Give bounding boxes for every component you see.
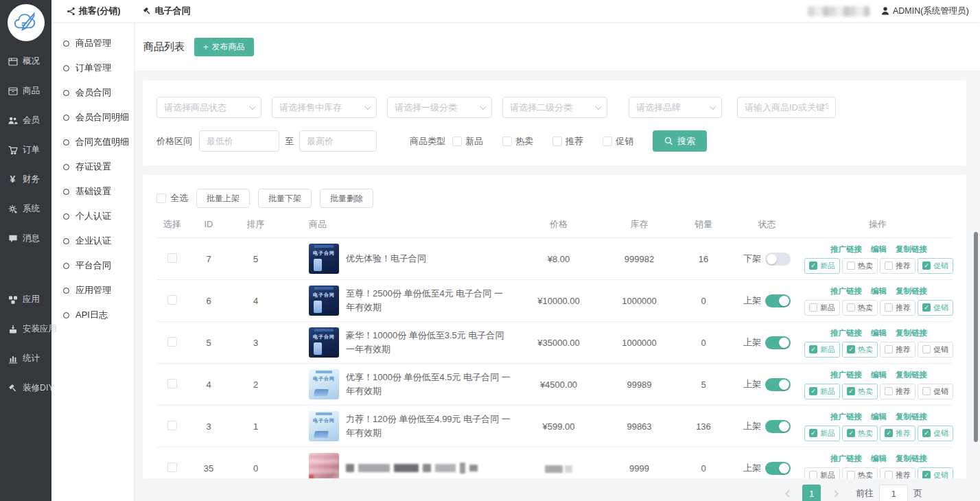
sidebar-item-stats[interactable]: 统计 — [0, 344, 51, 373]
tag-recommend[interactable]: 推荐 — [880, 258, 915, 274]
tag-new[interactable]: 新品 — [804, 300, 840, 316]
tag-recommend[interactable]: 推荐 — [880, 467, 915, 479]
stock-select[interactable]: 请选择售中库存 — [272, 97, 377, 118]
tag-hot[interactable]: 热卖 — [842, 467, 878, 479]
sidebar-item-decorate-diy[interactable]: 装修DIY — [0, 373, 51, 403]
submenu-item-member-contract-detail[interactable]: 会员合同明细 — [51, 105, 134, 130]
sidebar-item-goods[interactable]: 商品 — [0, 76, 51, 106]
type-checkbox-hot[interactable] — [502, 137, 512, 146]
row-checkbox[interactable] — [167, 337, 177, 347]
sidebar-item-overview[interactable]: 概况 — [0, 47, 51, 76]
tag-recommend[interactable]: 推荐 — [880, 342, 915, 358]
edit-link[interactable]: 编辑 — [871, 454, 887, 464]
submenu-item-goods-management[interactable]: 商品管理 — [51, 31, 134, 56]
vertical-scrollbar-thumb[interactable] — [974, 232, 978, 442]
copy-link[interactable]: 复制链接 — [896, 286, 927, 296]
copy-link[interactable]: 复制链接 — [896, 370, 927, 380]
tag-recommend[interactable]: ✓推荐 — [880, 426, 915, 441]
sidebar-item-finance[interactable]: ¥财务 — [0, 165, 51, 194]
sidebar-item-install-apps[interactable]: 安装应用 — [0, 314, 51, 344]
promotion-link[interactable]: 推广链接 — [830, 244, 862, 255]
select-all-checkbox[interactable] — [156, 194, 166, 203]
current-page-button[interactable]: 1 — [802, 485, 821, 501]
status-toggle[interactable] — [765, 336, 791, 349]
admin-menu[interactable]: ADMIN(系统管理员) — [880, 5, 969, 17]
promotion-link[interactable]: 推广链接 — [830, 370, 862, 380]
batch-off-shelf-button[interactable]: 批量下架 — [258, 189, 312, 208]
tag-hot[interactable]: 热卖 — [842, 300, 878, 316]
prev-page-button[interactable] — [778, 485, 797, 501]
status-toggle[interactable] — [765, 253, 791, 266]
tag-promo[interactable]: ✓促销 — [918, 300, 953, 316]
type-checkbox-new[interactable] — [452, 137, 462, 146]
product-thumbnail[interactable]: 电子合同 — [309, 244, 339, 274]
copy-link[interactable]: 复制链接 — [896, 244, 927, 255]
edit-link[interactable]: 编辑 — [871, 244, 887, 255]
product-thumbnail[interactable]: 电子合同 — [309, 411, 339, 441]
submenu-item-evidence-settings[interactable]: 存证设置 — [51, 154, 134, 179]
row-checkbox[interactable] — [167, 463, 177, 472]
tab-electronic-contract[interactable]: 电子合同 — [143, 5, 191, 17]
goto-page-input[interactable] — [879, 485, 908, 501]
edit-link[interactable]: 编辑 — [871, 370, 887, 380]
app-logo[interactable] — [8, 4, 45, 41]
promotion-link[interactable]: 推广链接 — [830, 286, 862, 296]
copy-link[interactable]: 复制链接 — [896, 454, 927, 464]
copy-link[interactable]: 复制链接 — [896, 412, 927, 422]
brand-select[interactable]: 请选择品牌 — [629, 97, 722, 118]
max-price-input[interactable] — [299, 130, 377, 152]
submenu-item-order-management[interactable]: 订单管理 — [51, 56, 134, 80]
batch-on-shelf-button[interactable]: 批量上架 — [196, 189, 250, 208]
tab-tuike-distribution[interactable]: 推客(分销) — [67, 5, 121, 17]
tag-recommend[interactable]: 推荐 — [880, 300, 915, 316]
copy-link[interactable]: 复制链接 — [896, 328, 927, 338]
sidebar-item-system[interactable]: 系统 — [0, 194, 51, 224]
type-checkbox-recommend[interactable] — [552, 137, 562, 146]
tag-hot[interactable]: ✓热卖 — [842, 426, 878, 441]
tag-hot[interactable]: ✓热卖 — [842, 342, 878, 358]
submenu-item-api-log[interactable]: API日志 — [51, 303, 134, 327]
tag-hot[interactable]: ✓热卖 — [842, 384, 878, 399]
row-checkbox[interactable] — [167, 253, 177, 263]
sidebar-item-apps[interactable]: 应用 — [0, 285, 51, 314]
tag-new[interactable]: ✓新品 — [804, 342, 840, 358]
sidebar-item-messages[interactable]: 消息 — [0, 224, 51, 253]
product-thumbnail[interactable] — [309, 453, 339, 478]
tag-promo[interactable]: 促销 — [918, 384, 953, 399]
tag-hot[interactable]: 热卖 — [842, 258, 878, 274]
tag-recommend[interactable]: 推荐 — [880, 384, 915, 399]
tag-promo[interactable]: 促销 — [918, 342, 953, 358]
submenu-item-contract-recharge-detail[interactable]: 合同充值明细 — [51, 130, 134, 154]
status-toggle[interactable] — [765, 378, 791, 391]
product-status-select[interactable]: 请选择商品状态 — [156, 97, 261, 118]
batch-delete-button[interactable]: 批量删除 — [320, 189, 373, 208]
submenu-item-enterprise-auth[interactable]: 企业认证 — [51, 229, 134, 253]
tag-promo[interactable]: ✓促销 — [918, 426, 953, 441]
publish-product-button[interactable]: + 发布商品 — [194, 38, 254, 56]
tag-promo[interactable]: ✓促销 — [918, 467, 953, 479]
sidebar-item-members[interactable]: 会员 — [0, 106, 51, 135]
promotion-link[interactable]: 推广链接 — [830, 412, 862, 422]
product-thumbnail[interactable]: 电子合同 — [309, 327, 339, 358]
tag-new[interactable]: 新品 — [804, 467, 840, 479]
sidebar-item-orders[interactable]: 订单 — [0, 135, 51, 165]
category-level2-select[interactable]: 请选择二级分类 — [502, 97, 607, 118]
tag-new[interactable]: ✓新品 — [804, 426, 840, 441]
tag-promo[interactable]: ✓促销 — [918, 258, 953, 274]
row-checkbox[interactable] — [167, 421, 177, 430]
status-toggle[interactable] — [765, 420, 791, 433]
keyword-input[interactable] — [737, 97, 836, 118]
edit-link[interactable]: 编辑 — [871, 328, 887, 338]
edit-link[interactable]: 编辑 — [871, 286, 887, 296]
promotion-link[interactable]: 推广链接 — [830, 454, 862, 464]
tag-new[interactable]: ✓新品 — [804, 258, 840, 274]
min-price-input[interactable] — [199, 130, 279, 152]
submenu-item-member-contract[interactable]: 会员合同 — [51, 80, 134, 105]
row-checkbox[interactable] — [167, 295, 177, 305]
promotion-link[interactable]: 推广链接 — [830, 328, 862, 338]
product-thumbnail[interactable]: 电子合同 — [309, 369, 339, 399]
submenu-item-basic-settings[interactable]: 基础设置 — [51, 179, 134, 204]
next-page-button[interactable] — [826, 485, 845, 501]
submenu-item-platform-contract[interactable]: 平台合同 — [51, 253, 134, 278]
submenu-item-app-management[interactable]: 应用管理 — [51, 278, 134, 303]
